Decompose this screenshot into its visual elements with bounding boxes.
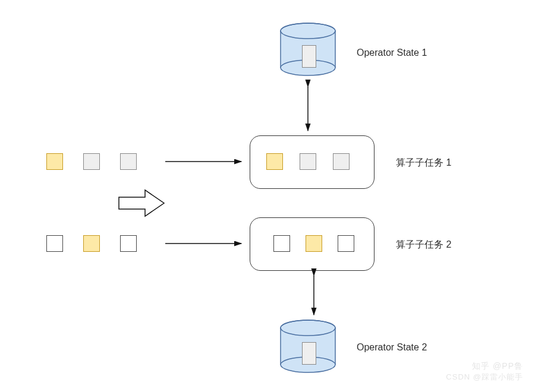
operator-state-2-db-icon bbox=[278, 320, 338, 373]
arrows-overlay bbox=[0, 0, 535, 392]
db-item-icon bbox=[302, 45, 316, 68]
top-stream-item-1 bbox=[46, 153, 63, 170]
db-item-icon bbox=[302, 342, 316, 365]
subtask-2-item-2 bbox=[306, 235, 322, 252]
diagram-canvas: Operator State 1 算子子任务 1 算子子任务 2 Operato… bbox=[0, 0, 535, 392]
bottom-stream-item-2 bbox=[83, 235, 100, 252]
bottom-stream-item-1 bbox=[46, 235, 63, 252]
operator-state-1-label: Operator State 1 bbox=[357, 48, 427, 58]
bottom-stream-item-3 bbox=[120, 235, 137, 252]
watermark-csdn: CSDN @踩雷小能手 bbox=[446, 372, 523, 382]
big-arrow-icon bbox=[119, 190, 164, 216]
watermark-zhihu: 知乎 @PP鲁 bbox=[472, 361, 523, 372]
operator-state-1-db-icon bbox=[278, 23, 338, 76]
subtask-2-item-1 bbox=[273, 235, 290, 252]
subtask-2-item-3 bbox=[338, 235, 354, 252]
subtask-1-item-1 bbox=[266, 153, 283, 170]
subtask-1-item-2 bbox=[300, 153, 316, 170]
subtask-2-label: 算子子任务 2 bbox=[396, 239, 451, 251]
subtask-1-item-3 bbox=[333, 153, 350, 170]
top-stream-item-2 bbox=[83, 153, 100, 170]
top-stream-item-3 bbox=[120, 153, 137, 170]
operator-state-2-label: Operator State 2 bbox=[357, 342, 427, 353]
subtask-1-label: 算子子任务 1 bbox=[396, 157, 451, 169]
